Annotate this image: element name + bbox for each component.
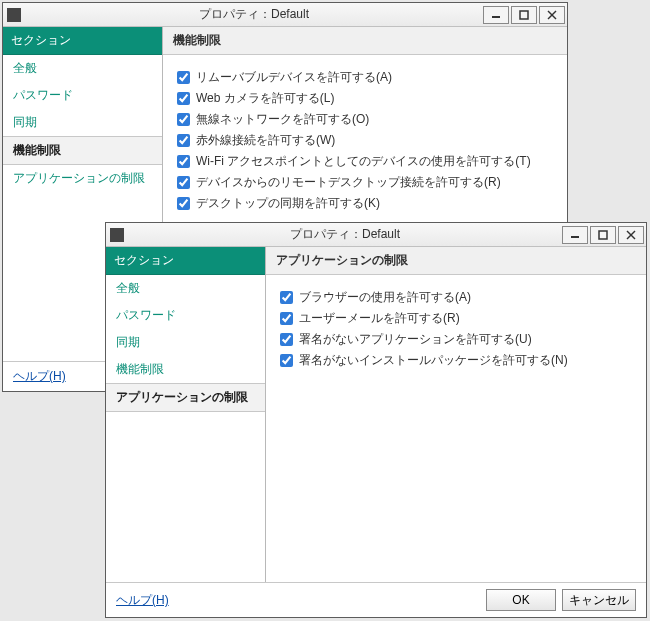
cancel-button[interactable]: キャンセル [562,589,636,611]
checkbox-label: ブラウザーの使用を許可する(A) [299,289,471,306]
checkbox-label: 無線ネットワークを許可する(O) [196,111,369,128]
sidebar-item-apps[interactable]: アプリケーションの制限 [3,165,162,192]
checkbox-browser[interactable] [280,291,293,304]
sidebar-title: セクション [106,247,265,275]
app-icon [7,8,21,22]
minimize-button[interactable] [562,226,588,244]
minimize-button[interactable] [483,6,509,24]
checkbox-label: デスクトップの同期を許可する(K) [196,195,380,212]
sidebar-item-apps[interactable]: アプリケーションの制限 [106,383,265,412]
checkbox-webcam[interactable] [177,92,190,105]
checkbox-label: ユーザーメールを許可する(R) [299,310,460,327]
close-button[interactable] [539,6,565,24]
sidebar-item-features[interactable]: 機能制限 [3,136,162,165]
panel-title: アプリケーションの制限 [266,247,646,275]
window-title: プロパティ：Default [27,6,481,23]
sidebar-item-password[interactable]: パスワード [3,82,162,109]
panel-content: ブラウザーの使用を許可する(A) ユーザーメールを許可する(R) 署名がないアプ… [266,275,646,582]
footer: ヘルプ(H) OK キャンセル [106,582,646,617]
checkbox-label: 署名がないインストールパッケージを許可する(N) [299,352,568,369]
checkbox-rdp[interactable] [177,176,190,189]
help-link[interactable]: ヘルプ(H) [13,368,66,385]
sidebar-item-sync[interactable]: 同期 [106,329,265,356]
help-link[interactable]: ヘルプ(H) [116,592,169,609]
panel-title: 機能制限 [163,27,567,55]
sidebar: セクション 全般 パスワード 同期 機能制限 アプリケーションの制限 [106,247,266,582]
checkbox-label: Web カメラを許可する(L) [196,90,334,107]
checkbox-unsigned-pkg[interactable] [280,354,293,367]
checkbox-label: デバイスからのリモートデスクトップ接続を許可する(R) [196,174,501,191]
checkbox-wireless[interactable] [177,113,190,126]
window-controls [481,6,565,24]
checkbox-label: Wi-Fi アクセスポイントとしてのデバイスの使用を許可する(T) [196,153,531,170]
maximize-button[interactable] [511,6,537,24]
titlebar: プロパティ：Default [3,3,567,27]
checkbox-infrared[interactable] [177,134,190,147]
svg-rect-1 [520,11,528,19]
ok-button[interactable]: OK [486,589,556,611]
titlebar: プロパティ：Default [106,223,646,247]
properties-window-apps: プロパティ：Default セクション 全般 パスワード 同期 機能制限 アプリ… [105,222,647,618]
sidebar-item-general[interactable]: 全般 [106,275,265,302]
sidebar-item-features[interactable]: 機能制限 [106,356,265,383]
checkbox-removable[interactable] [177,71,190,84]
sidebar-item-sync[interactable]: 同期 [3,109,162,136]
sidebar-item-general[interactable]: 全般 [3,55,162,82]
checkbox-wifi-ap[interactable] [177,155,190,168]
checkbox-unsigned-app[interactable] [280,333,293,346]
maximize-button[interactable] [590,226,616,244]
checkbox-label: 赤外線接続を許可する(W) [196,132,335,149]
sidebar-title: セクション [3,27,162,55]
window-controls [560,226,644,244]
sidebar-item-password[interactable]: パスワード [106,302,265,329]
app-icon [110,228,124,242]
checkbox-desktop-sync[interactable] [177,197,190,210]
window-title: プロパティ：Default [130,226,560,243]
checkbox-usermail[interactable] [280,312,293,325]
svg-rect-5 [599,231,607,239]
checkbox-label: リムーバブルデバイスを許可する(A) [196,69,392,86]
checkbox-label: 署名がないアプリケーションを許可する(U) [299,331,532,348]
close-button[interactable] [618,226,644,244]
